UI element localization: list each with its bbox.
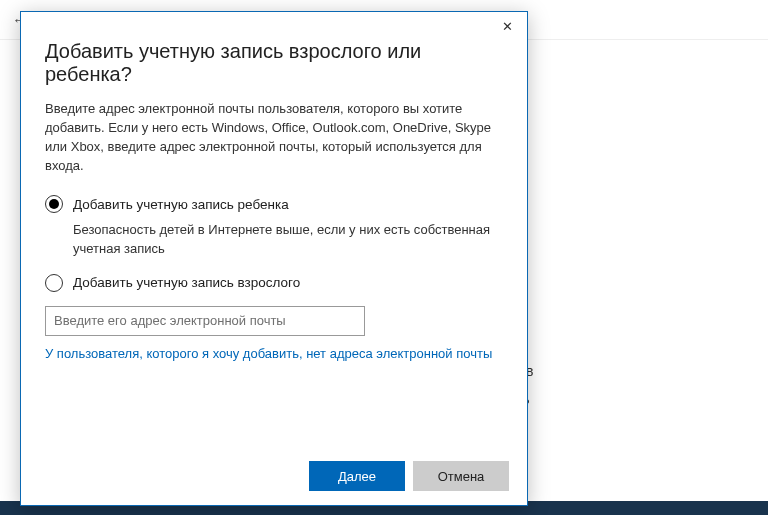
radio-option-child[interactable]: Добавить учетную запись ребенка	[45, 193, 503, 215]
radio-subtext-child: Безопасность детей в Интернете выше, есл…	[73, 221, 503, 257]
email-field[interactable]	[45, 306, 365, 336]
radio-label-adult: Добавить учетную запись взрослого	[73, 275, 300, 290]
cancel-button[interactable]: Отмена	[413, 461, 509, 491]
close-icon: ✕	[502, 19, 513, 34]
dialog-description: Введите адрес электронной почты пользова…	[45, 100, 503, 175]
dialog-title: Добавить учетную запись взрослого или ре…	[45, 40, 503, 86]
close-button[interactable]: ✕	[487, 12, 527, 40]
add-account-dialog: ✕ Добавить учетную запись взрослого или …	[20, 11, 528, 506]
radio-label-child: Добавить учетную запись ребенка	[73, 197, 289, 212]
account-type-radio-group: Добавить учетную запись ребенка Безопасн…	[45, 193, 503, 293]
next-button[interactable]: Далее	[309, 461, 405, 491]
radio-option-adult[interactable]: Добавить учетную запись взрослого	[45, 272, 503, 294]
dialog-footer: Далее Отмена	[21, 447, 527, 505]
radio-icon	[45, 274, 63, 292]
radio-icon	[45, 195, 63, 213]
no-email-link[interactable]: У пользователя, которого я хочу добавить…	[45, 346, 503, 361]
